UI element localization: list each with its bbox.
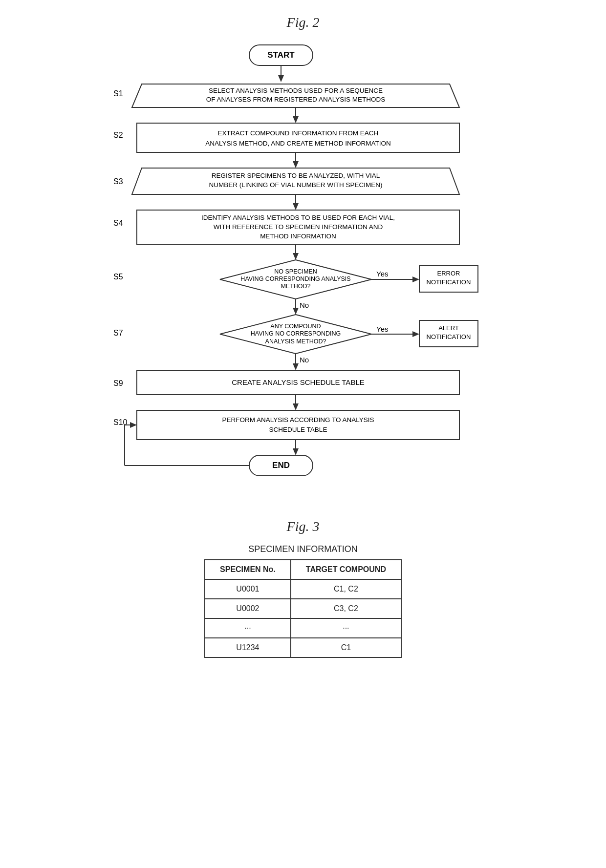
s10-text-line2: SCHEDULE TABLE [269,426,327,433]
s5-label: S5 [113,273,123,281]
s8-text-line1: ALERT [438,324,459,332]
s2-text-line1: EXTRACT COMPOUND INFORMATION FROM EACH [218,129,379,137]
figure-3: Fig. 3 SPECIMEN INFORMATION SPECIMEN No.… [29,519,577,658]
table-row: U0002C3, C2 [205,599,401,618]
svg-marker-11 [293,203,299,210]
specimen-no-cell: U0002 [205,599,291,618]
s7-text-line1: ANY COMPOUND [270,323,321,330]
specimen-no-cell: U0001 [205,579,291,599]
s5-text-line1: NO SPECIMEN [274,268,317,275]
s5-yes-label: Yes [376,270,388,278]
s9-label: S9 [113,379,123,387]
s10-text-line1: PERFORM ANALYSIS ACCORDING TO ANALYSIS [222,416,374,423]
svg-rect-30 [137,410,459,440]
s8-text-line2: NOTIFICATION [427,333,471,340]
s4-text-line1: IDENTIFY ANALYSIS METHODS TO BE USED FOR… [201,214,395,221]
figure-2: Fig. 2 START S1 SELECT ANALYSIS METHODS … [29,15,577,509]
table-header-row: SPECIMEN No. TARGET COMPOUND [205,560,401,579]
s7-label: S7 [113,329,123,337]
svg-marker-23 [412,331,419,337]
flowchart-svg: START S1 SELECT ANALYSIS METHODS USED FO… [93,40,513,509]
table-row: U0001C1, C2 [205,579,401,599]
svg-marker-17 [412,276,419,282]
s7-no-label: No [300,356,309,364]
s7-text-line3: ANALYSIS METHOD? [265,338,326,345]
s7-yes-label: Yes [376,325,388,333]
fig3-title: Fig. 3 [29,519,577,534]
col-specimen-no: SPECIMEN No. [205,560,291,579]
svg-marker-14 [293,253,299,260]
s6-text-line1: ERROR [437,270,460,277]
s6-text-line2: NOTIFICATION [427,278,471,286]
svg-marker-5 [293,116,299,123]
target-compound-cell: C1, C2 [291,579,401,599]
s7-text-line2: HAVING NO CORRESPONDING [251,330,341,337]
s2-label: S2 [113,131,123,139]
svg-marker-37 [130,422,137,428]
s2-text-line2: ANALYSIS METHOD, AND CREATE METHOD INFOR… [205,140,391,147]
s1-label: S1 [113,89,123,98]
s3-text-line2: NUMBER (LINKING OF VIAL NUMBER WITH SPEC… [209,181,382,189]
s3-text-line1: REGISTER SPECIMENS TO BE ANALYZED, WITH … [212,172,380,179]
specimen-table: SPECIMEN No. TARGET COMPOUND U0001C1, C2… [204,559,402,658]
specimen-no-cell: U1234 [205,638,291,657]
table-row: U1234C1 [205,638,401,657]
s5-no-label: No [300,301,309,309]
table-row: ······ [205,618,401,638]
svg-marker-2 [278,75,284,82]
s5-text-line2: HAVING CORRESPONDING ANALYSIS [240,275,350,282]
fig2-title: Fig. 2 [29,15,577,30]
target-compound-cell: ··· [291,618,401,638]
s1-text-line2: OF ANALYSES FROM REGISTERED ANALYSIS MET… [206,96,385,103]
target-compound-cell: C3, C2 [291,599,401,618]
target-compound-cell: C1 [291,638,401,657]
col-target-compound: TARGET COMPOUND [291,560,401,579]
s4-text-line2: WITH REFERENCE TO SPECIMEN INFORMATION A… [214,223,383,231]
svg-marker-32 [293,448,299,455]
s3-label: S3 [113,177,123,186]
s1-text-line1: SELECT ANALYSIS METHODS USED FOR A SEQUE… [209,87,383,94]
start-label: START [267,50,295,60]
specimen-info-title: SPECIMEN INFORMATION [29,544,577,554]
svg-rect-6 [137,123,459,152]
flowchart-container: START S1 SELECT ANALYSIS METHODS USED FO… [29,40,577,509]
s4-label: S4 [113,219,123,227]
specimen-no-cell: ··· [205,618,291,638]
svg-marker-8 [293,161,299,168]
end-label: END [272,461,290,470]
s5-text-line3: METHOD? [281,283,310,290]
s4-text-line3: METHOD INFORMATION [260,233,336,240]
svg-marker-29 [293,403,299,410]
svg-marker-20 [293,308,299,315]
s9-text: CREATE ANALYSIS SCHEDULE TABLE [232,378,364,386]
svg-marker-26 [293,363,299,370]
